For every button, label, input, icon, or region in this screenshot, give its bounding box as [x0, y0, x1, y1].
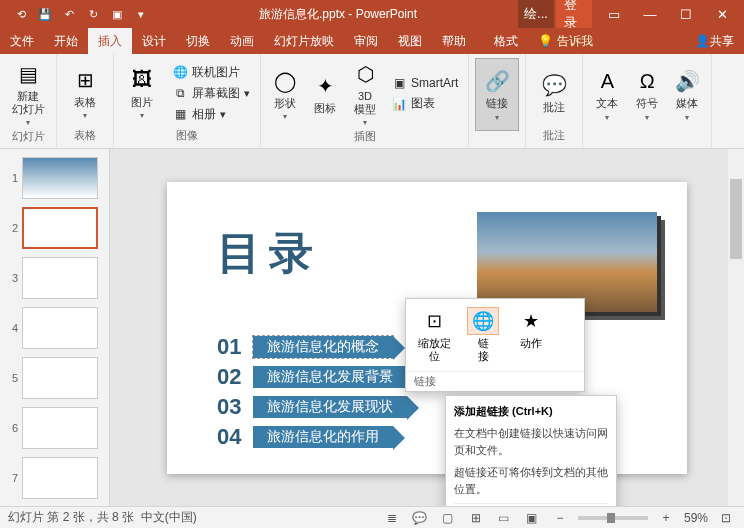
new-slide-button[interactable]: ▤ 新建 幻灯片 ▾ [6, 58, 50, 129]
window-buttons: 绘... 登录 ▭ — ☐ ✕ [518, 0, 740, 28]
thumbnail[interactable]: 7 [0, 455, 109, 501]
link-icon: 🔗 [483, 67, 511, 95]
thumbnail[interactable]: 5 [0, 355, 109, 401]
hyperlink-button[interactable]: 🌐 链 接 [459, 303, 507, 367]
symbol-button[interactable]: Ω 符号 ▾ [629, 58, 665, 131]
tab-animation[interactable]: 动画 [220, 28, 264, 54]
album-button[interactable]: ▦相册 ▾ [168, 105, 254, 124]
reading-view-icon[interactable]: ▭ [494, 509, 514, 527]
language-label[interactable]: 中文(中国) [141, 510, 197, 524]
comments-icon[interactable]: 💬 [410, 509, 430, 527]
tooltip-title: 添加超链接 (Ctrl+K) [454, 404, 608, 419]
comment-button[interactable]: 💬 批注 [532, 58, 576, 128]
smartart-button[interactable]: ▣SmartArt [387, 74, 462, 92]
save-icon[interactable]: 💾 [36, 5, 54, 23]
sorter-view-icon[interactable]: ⊞ [466, 509, 486, 527]
screenshot-icon: ⧉ [172, 85, 188, 101]
text-button[interactable]: A 文本 ▾ [589, 58, 625, 131]
thumbnail[interactable]: 4 [0, 305, 109, 351]
toc-item[interactable]: 03 旅游信息化发展现状 [217, 394, 407, 420]
titlebar: ⟲ 💾 ↶ ↻ ▣ ▾ 旅游信息化.pptx - PowerPoint 绘...… [0, 0, 744, 28]
tab-home[interactable]: 开始 [44, 28, 88, 54]
tab-review[interactable]: 审阅 [344, 28, 388, 54]
tab-format[interactable]: 格式 [484, 28, 528, 54]
pictures-button[interactable]: 🖼 图片 ▾ [120, 58, 164, 128]
maximize-icon[interactable]: ☐ [668, 0, 704, 28]
3dmodel-button[interactable]: ⬡ 3D 模型 ▾ [347, 58, 383, 129]
icons-button[interactable]: ✦ 图标 [307, 58, 343, 129]
qat-more-icon[interactable]: ▾ [132, 5, 150, 23]
notes-icon[interactable]: ≣ [382, 509, 402, 527]
zoom-slider[interactable] [578, 516, 648, 520]
slideshow-view-icon[interactable]: ▣ [522, 509, 542, 527]
zoom-out-icon[interactable]: − [550, 509, 570, 527]
new-slide-icon: ▤ [14, 60, 42, 88]
tab-help[interactable]: 帮助 [432, 28, 476, 54]
undo-icon[interactable]: ↶ [60, 5, 78, 23]
chevron-down-icon: ▾ [83, 111, 87, 120]
dropdown-section-label: 链接 [406, 372, 584, 391]
tab-view[interactable]: 视图 [388, 28, 432, 54]
tooltip: 添加超链接 (Ctrl+K) 在文档中创建链接以快速访问网页和文件。 超链接还可… [445, 395, 617, 506]
slideshow-icon[interactable]: ▣ [108, 5, 126, 23]
shapes-button[interactable]: ◯ 形状 ▾ [267, 58, 303, 129]
toc-item[interactable]: 01 旅游信息化的概念 [217, 334, 407, 360]
chart-button[interactable]: 📊图表 [387, 94, 462, 113]
chevron-down-icon: ▾ [26, 118, 30, 127]
tab-transition[interactable]: 切换 [176, 28, 220, 54]
statusbar: 幻灯片 第 2 张，共 8 张 中文(中国) ≣ 💬 ▢ ⊞ ▭ ▣ − + 5… [0, 506, 744, 528]
login-button[interactable]: 登录 [556, 0, 592, 28]
quick-access-toolbar: ⟲ 💾 ↶ ↻ ▣ ▾ [4, 5, 158, 23]
thumbnail[interactable]: 3 [0, 255, 109, 301]
toc-item[interactable]: 02 旅游信息化发展背景 [217, 364, 407, 390]
tooltip-body: 在文档中创建链接以快速访问网页和文件。 [454, 425, 608, 458]
autosave-icon[interactable]: ⟲ [12, 5, 30, 23]
thumbnail-panel[interactable]: 1 2 3 4 5 6 7 8 [0, 149, 110, 506]
share-button[interactable]: 👤 共享 [685, 28, 744, 54]
tab-design[interactable]: 设计 [132, 28, 176, 54]
thumbnail[interactable]: 1 [0, 155, 109, 201]
close-icon[interactable]: ✕ [704, 0, 740, 28]
normal-view-icon[interactable]: ▢ [438, 509, 458, 527]
zoom-link-button[interactable]: ⊡ 缩放定 位 [410, 303, 459, 367]
bulb-icon: 💡 [538, 34, 553, 48]
scrollbar[interactable] [728, 149, 744, 506]
tab-insert[interactable]: 插入 [88, 28, 132, 54]
drawing-tools-label[interactable]: 绘... [518, 0, 554, 28]
table-button[interactable]: ⊞ 表格 ▾ [63, 58, 107, 128]
thumbnail[interactable]: 2 [0, 205, 109, 251]
tell-me[interactable]: 💡告诉我 [528, 28, 603, 54]
scroll-thumb[interactable] [730, 179, 742, 259]
toc: 01 旅游信息化的概念 02 旅游信息化发展背景 03 旅游信息化发展现状 04… [217, 334, 407, 454]
zoom-level[interactable]: 59% [684, 511, 708, 525]
symbol-icon: Ω [633, 67, 661, 95]
ribbon-tabs: 文件 开始 插入 设计 切换 动画 幻灯片放映 审阅 视图 帮助 格式 💡告诉我… [0, 28, 744, 54]
online-pictures-button[interactable]: 🌐联机图片 [168, 63, 254, 82]
redo-icon[interactable]: ↻ [84, 5, 102, 23]
screenshot-button[interactable]: ⧉屏幕截图 ▾ [168, 84, 254, 103]
tab-file[interactable]: 文件 [0, 28, 44, 54]
slide-image[interactable] [477, 212, 657, 312]
ribbon: ▤ 新建 幻灯片 ▾ 幻灯片 ⊞ 表格 ▾ 表格 🖼 图片 ▾ 🌐联机图片 [0, 54, 744, 149]
fit-icon[interactable]: ⊡ [716, 509, 736, 527]
thumbnail[interactable]: 8 [0, 505, 109, 506]
album-icon: ▦ [172, 106, 188, 122]
zoom-in-icon[interactable]: + [656, 509, 676, 527]
action-button[interactable]: ★ 动作 [507, 303, 555, 367]
link-button[interactable]: 🔗 链接 ▾ [475, 58, 519, 131]
content-area: 1 2 3 4 5 6 7 8 目录 01 旅游信息化的概念 02 旅游信息化发… [0, 149, 744, 506]
chevron-down-icon: ▾ [140, 111, 144, 120]
ribbon-options-icon[interactable]: ▭ [596, 0, 632, 28]
thumbnail[interactable]: 6 [0, 405, 109, 451]
tooltip-more-link[interactable]: ❔详细信息 [454, 503, 608, 506]
online-pic-icon: 🌐 [172, 64, 188, 80]
media-button[interactable]: 🔊 媒体 ▾ [669, 58, 705, 131]
table-icon: ⊞ [71, 66, 99, 94]
smartart-icon: ▣ [391, 75, 407, 91]
toc-item[interactable]: 04 旅游信息化的作用 [217, 424, 407, 450]
slide-count[interactable]: 幻灯片 第 2 张，共 8 张 中文(中国) [8, 509, 382, 526]
slide-title[interactable]: 目录 [217, 224, 321, 283]
comment-icon: 💬 [540, 71, 568, 99]
minimize-icon[interactable]: — [632, 0, 668, 28]
tab-slideshow[interactable]: 幻灯片放映 [264, 28, 344, 54]
